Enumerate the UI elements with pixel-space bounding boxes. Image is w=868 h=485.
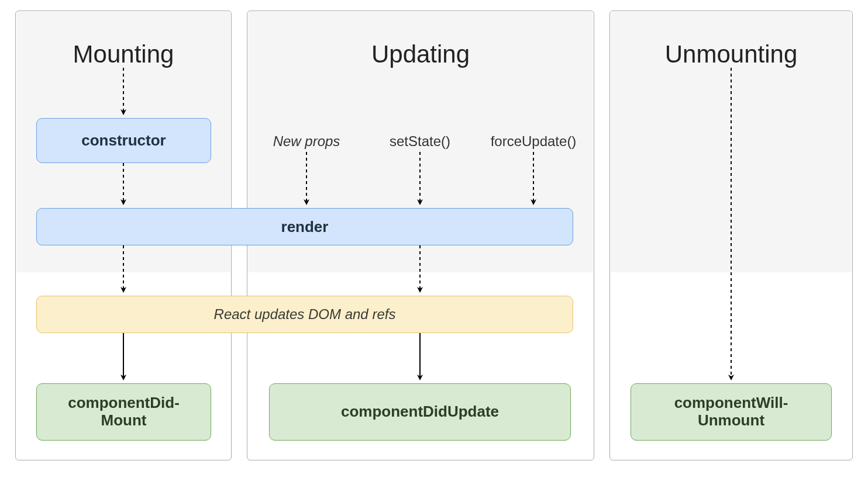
node-react-updates: React updates DOM and refs [36,296,573,333]
node-did-update-label: componentDidUpdate [341,403,499,421]
heading-mounting: Mounting [16,40,231,68]
node-constructor-label: constructor [81,131,166,150]
trigger-new-props: New props [273,133,340,150]
trigger-set-state: setState() [390,133,450,150]
trigger-force-update: forceUpdate() [491,133,577,150]
diagram-stage: Mounting Updating Unmounting New props s… [0,0,868,485]
node-will-unmount: componentWill-Unmount [631,383,832,441]
node-did-mount: componentDid-Mount [36,383,211,441]
heading-updating: Updating [247,40,594,68]
node-did-update: componentDidUpdate [269,383,571,441]
node-react-updates-label: React updates DOM and refs [214,306,396,323]
node-did-mount-label: componentDid-Mount [68,394,180,429]
node-constructor: constructor [36,118,211,163]
node-will-unmount-label: componentWill-Unmount [674,394,788,429]
node-render: render [36,208,573,245]
node-render-label: render [281,218,329,236]
heading-unmounting: Unmounting [610,40,852,68]
